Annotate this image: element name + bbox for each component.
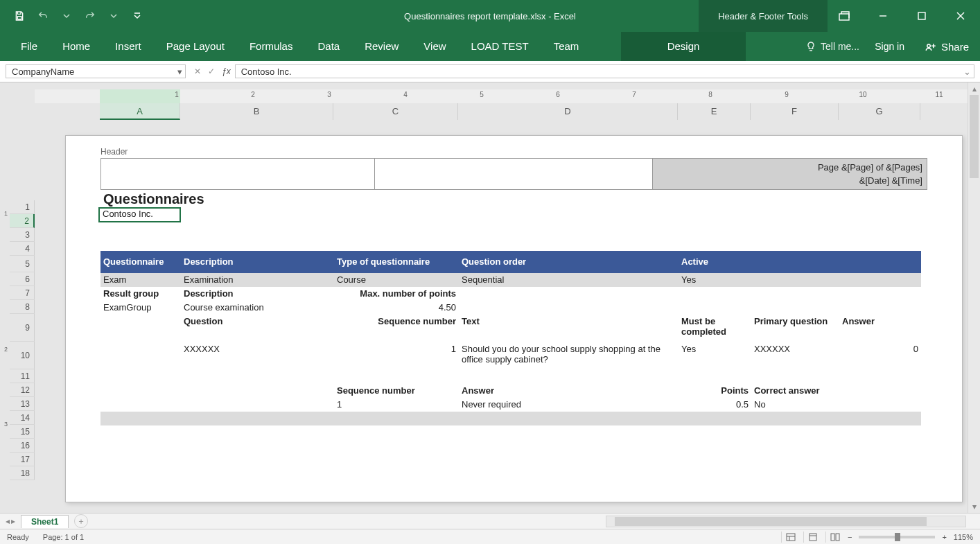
cell[interactable]: 0.5 — [679, 398, 751, 412]
row-header[interactable]: 1 — [10, 200, 35, 214]
scroll-up-icon[interactable]: ▴ — [968, 82, 980, 95]
tab-home[interactable]: Home — [50, 32, 103, 61]
vertical-scrollbar[interactable]: ▴ ▾ — [968, 82, 980, 513]
close-icon[interactable] — [941, 0, 980, 32]
formula-input[interactable]: Contoso Inc. ⌄ — [235, 64, 974, 78]
col-header-g[interactable]: G — [839, 103, 920, 120]
cell[interactable]: Course examination — [181, 301, 334, 315]
cells-grid[interactable]: Questionnaires Contoso Inc. Questionnair… — [100, 190, 927, 481]
cell[interactable]: Should you do your school supply shoppin… — [459, 342, 679, 370]
undo-icon[interactable] — [33, 6, 53, 26]
cell[interactable]: Answer — [459, 384, 679, 398]
maximize-icon[interactable] — [902, 0, 941, 32]
cell[interactable]: Max. number of points — [334, 287, 459, 301]
name-box[interactable]: CompanyName ▾ — [6, 64, 186, 78]
save-icon[interactable] — [10, 6, 29, 26]
cell[interactable]: Examination — [181, 273, 334, 287]
tab-design[interactable]: Design — [621, 32, 746, 61]
tell-me-search[interactable]: Tell me... — [805, 32, 859, 61]
row-header[interactable]: 4 — [10, 242, 35, 256]
cell[interactable]: Primary question — [751, 315, 839, 342]
col-header-a[interactable]: A — [100, 103, 180, 120]
view-page-layout-icon[interactable] — [803, 532, 819, 543]
zoom-out-button[interactable]: − — [848, 533, 852, 541]
cell[interactable]: Correct answer — [751, 384, 839, 398]
scroll-thumb[interactable] — [615, 517, 927, 526]
tab-view[interactable]: View — [411, 32, 458, 61]
cell[interactable]: Question — [181, 315, 334, 342]
col-header-c[interactable]: C — [333, 103, 458, 120]
zoom-knob[interactable] — [895, 533, 900, 541]
cell[interactable]: Sequence number — [334, 315, 459, 342]
row-header[interactable]: 18 — [10, 466, 35, 480]
zoom-slider[interactable] — [859, 536, 935, 538]
tab-formulas[interactable]: Formulas — [237, 32, 306, 61]
scroll-thumb[interactable] — [970, 95, 979, 178]
col-header-b[interactable]: B — [180, 103, 333, 120]
cell[interactable]: Text — [459, 315, 679, 342]
tab-review[interactable]: Review — [352, 32, 411, 61]
cell[interactable]: Answer — [839, 315, 921, 342]
cell[interactable]: Sequential — [459, 273, 679, 287]
cell[interactable]: XXXXXX — [751, 342, 839, 370]
cell[interactable]: Never required — [459, 398, 679, 412]
col-header-e[interactable]: E — [678, 103, 751, 120]
cell[interactable]: Yes — [679, 273, 751, 287]
cell[interactable]: Description — [181, 287, 334, 301]
row-header[interactable]: 9 — [10, 314, 35, 342]
cell[interactable]: ExamGroup — [100, 301, 181, 315]
cell[interactable]: Yes — [679, 342, 751, 370]
tab-load-test[interactable]: LOAD TEST — [459, 32, 541, 61]
cell[interactable]: Points — [679, 384, 751, 398]
row-header[interactable]: 2 — [10, 214, 35, 228]
col-header-d[interactable]: D — [458, 103, 678, 120]
row-header[interactable]: 14 — [10, 411, 35, 425]
minimize-icon[interactable] — [864, 0, 902, 32]
row-headers[interactable]: 1 2 3 4 5 6 7 8 9 10 11 12 13 14 15 16 1… — [10, 200, 35, 480]
zoom-in-button[interactable]: + — [942, 533, 946, 541]
tab-file[interactable]: File — [8, 32, 50, 61]
sheet-nav-buttons[interactable]: ◂ ▸ — [0, 516, 21, 526]
row-header[interactable]: 3 — [10, 228, 35, 242]
cell[interactable]: 1 — [334, 398, 459, 412]
header-left-box[interactable] — [100, 158, 375, 190]
undo-dropdown-icon[interactable] — [57, 6, 76, 26]
fx-icon[interactable]: ƒx — [222, 67, 231, 76]
sheet-nav-next-icon[interactable]: ▸ — [11, 516, 15, 526]
row-header[interactable]: 5 — [10, 256, 35, 272]
cell[interactable]: 1 — [334, 342, 459, 370]
tab-team[interactable]: Team — [541, 32, 592, 61]
cancel-formula-icon[interactable]: ✕ — [194, 67, 201, 76]
cell[interactable]: XXXXXX — [181, 342, 334, 370]
redo-icon[interactable] — [80, 6, 100, 26]
cell[interactable]: Course — [334, 273, 459, 287]
scroll-track[interactable] — [968, 95, 980, 500]
row-header[interactable]: 8 — [10, 300, 35, 314]
tab-page-layout[interactable]: Page Layout — [154, 32, 237, 61]
header-center-box[interactable] — [375, 158, 653, 190]
cell[interactable]: Result group — [100, 287, 181, 301]
view-normal-icon[interactable] — [781, 532, 796, 543]
horizontal-scrollbar[interactable] — [606, 516, 966, 527]
row-header[interactable]: 10 — [10, 342, 35, 369]
row-header[interactable]: 11 — [10, 369, 35, 383]
new-sheet-button[interactable]: ＋ — [74, 514, 88, 528]
qat-customize-icon[interactable] — [128, 6, 147, 26]
zoom-level[interactable]: 115% — [954, 533, 973, 541]
row-header[interactable]: 6 — [10, 272, 35, 286]
cell[interactable]: Exam — [100, 273, 181, 287]
ribbon-display-options-icon[interactable] — [825, 0, 864, 32]
sheet-tab-sheet1[interactable]: Sheet1 — [21, 515, 69, 528]
share-button[interactable]: Share — [918, 32, 976, 61]
selected-cell[interactable]: Contoso Inc. — [98, 207, 181, 222]
formula-expand-icon[interactable]: ⌄ — [963, 67, 971, 77]
enter-formula-icon[interactable]: ✓ — [208, 67, 215, 76]
sign-in-button[interactable]: Sign in — [875, 32, 904, 61]
view-page-break-icon[interactable] — [825, 532, 841, 543]
col-header-f[interactable]: F — [751, 103, 839, 120]
redo-dropdown-icon[interactable] — [104, 6, 123, 26]
column-headers[interactable]: A B C D E F G — [35, 103, 968, 120]
row-header[interactable]: 13 — [10, 397, 35, 411]
row-header[interactable]: 15 — [10, 425, 35, 439]
cell[interactable]: Must be completed — [679, 315, 751, 342]
